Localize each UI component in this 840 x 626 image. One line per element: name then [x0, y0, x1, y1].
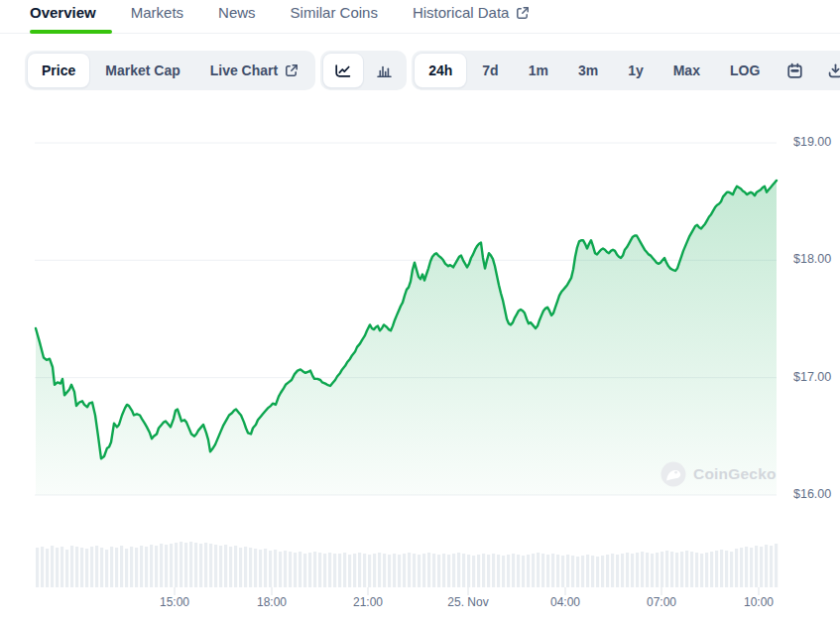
volume-bar — [150, 545, 153, 587]
range-1m-label: 1m — [529, 63, 548, 78]
tab-overview[interactable]: Overview — [30, 4, 112, 33]
price-toggle-label: Price — [42, 63, 75, 78]
range-max-button[interactable]: Max — [660, 54, 714, 87]
range-24h-label: 24h — [428, 63, 452, 78]
volume-bar — [512, 554, 515, 587]
volume-bar — [135, 548, 138, 587]
bar-chart-type-button[interactable] — [365, 54, 404, 87]
volume-bar — [165, 545, 168, 587]
volume-bar — [517, 555, 520, 587]
volume-bar — [100, 548, 103, 587]
volume-bar — [546, 555, 549, 587]
live-chart-button[interactable]: Live Chart — [196, 54, 312, 87]
volume-bar — [765, 545, 768, 587]
volume-bar — [289, 552, 292, 587]
tab-similar-coins[interactable]: Similar Coins — [291, 4, 394, 33]
volume-bar — [130, 547, 133, 587]
tab-news[interactable]: News — [218, 4, 272, 33]
volume-bar — [457, 553, 460, 587]
volume-bar — [462, 554, 465, 587]
range-7d-button[interactable]: 7d — [468, 54, 512, 87]
volume-bar — [631, 554, 634, 587]
volume-bar — [284, 551, 287, 587]
metric-toggle-group: Price Market Cap Live Chart — [25, 51, 315, 90]
chart-toolbar: Price Market Cap Live Chart — [25, 51, 836, 90]
external-link-icon — [516, 6, 530, 20]
volume-bar — [398, 555, 401, 587]
volume-bar — [665, 551, 668, 587]
volume-bar — [656, 553, 659, 587]
volume-bar — [383, 554, 386, 587]
price-area-fill — [36, 181, 777, 495]
log-scale-button[interactable]: LOG — [716, 54, 774, 87]
volume-bar — [56, 548, 59, 587]
volume-bar — [452, 554, 455, 587]
volume-bar — [388, 555, 391, 587]
live-chart-label: Live Chart — [210, 63, 278, 78]
volume-bar — [209, 544, 212, 587]
volume-bar — [328, 553, 331, 587]
volume-bar — [541, 554, 544, 587]
volume-bar — [294, 553, 297, 587]
volume-bar — [522, 556, 525, 587]
volume-bar — [373, 554, 376, 587]
volume-bar — [611, 554, 614, 587]
download-chart-button[interactable] — [816, 54, 840, 87]
volume-bar — [125, 549, 128, 587]
tab-markets[interactable]: Markets — [131, 4, 199, 33]
volume-bar — [770, 546, 773, 587]
volume-bar — [413, 554, 416, 587]
volume-bar — [60, 547, 63, 587]
tab-historical-data[interactable]: Historical Data — [413, 4, 546, 33]
range-1m-button[interactable]: 1m — [515, 54, 562, 87]
volume-bar — [115, 548, 118, 587]
volume-bar — [368, 555, 371, 587]
volume-bar — [308, 553, 311, 587]
volume-bar — [447, 555, 450, 587]
volume-bar — [596, 557, 599, 587]
range-24h-button[interactable]: 24h — [415, 54, 466, 87]
volume-bar — [502, 556, 505, 587]
volume-bar — [140, 546, 143, 587]
volume-bar — [90, 547, 93, 587]
volume-bar — [745, 547, 748, 587]
volume-bar — [65, 550, 68, 587]
volume-bar — [651, 554, 654, 587]
volume-bar — [710, 552, 713, 587]
volume-bar — [487, 555, 490, 587]
price-chart-canvas[interactable] — [0, 0, 840, 626]
volume-bar — [279, 552, 282, 587]
volume-bar — [46, 549, 49, 587]
volume-bar — [254, 549, 257, 587]
tab-similar-coins-label: Similar Coins — [291, 4, 378, 21]
volume-bar — [318, 553, 321, 587]
date-range-button[interactable] — [776, 54, 814, 87]
volume-bar — [180, 542, 182, 587]
volume-bar — [432, 554, 435, 587]
volume-bar — [313, 552, 316, 587]
line-chart-type-button[interactable] — [323, 54, 363, 87]
volume-bar — [700, 554, 703, 587]
volume-bar — [725, 551, 728, 587]
volume-bar — [715, 551, 718, 587]
line-chart-icon — [334, 63, 352, 78]
volume-bar — [160, 544, 163, 587]
coingecko-logo-icon — [660, 461, 686, 487]
time-range-group: 24h 7d 1m 3m 1y Max LOG — [412, 51, 840, 90]
volume-bar — [269, 551, 272, 587]
volume-bar — [551, 554, 554, 587]
volume-bar — [477, 555, 480, 587]
volume-bar — [120, 546, 123, 587]
volume-bar — [175, 543, 178, 587]
volume-bar — [219, 546, 222, 587]
volume-bar — [606, 555, 609, 587]
market-cap-toggle-button[interactable]: Market Cap — [91, 54, 193, 87]
volume-bar — [422, 554, 425, 587]
volume-bar — [274, 550, 277, 587]
watermark-label: CoinGecko — [693, 465, 777, 483]
price-toggle-button[interactable]: Price — [28, 54, 89, 87]
volume-bar — [556, 555, 559, 587]
volume-bar — [378, 553, 381, 587]
range-3m-button[interactable]: 3m — [564, 54, 612, 87]
range-1y-button[interactable]: 1y — [614, 54, 658, 87]
